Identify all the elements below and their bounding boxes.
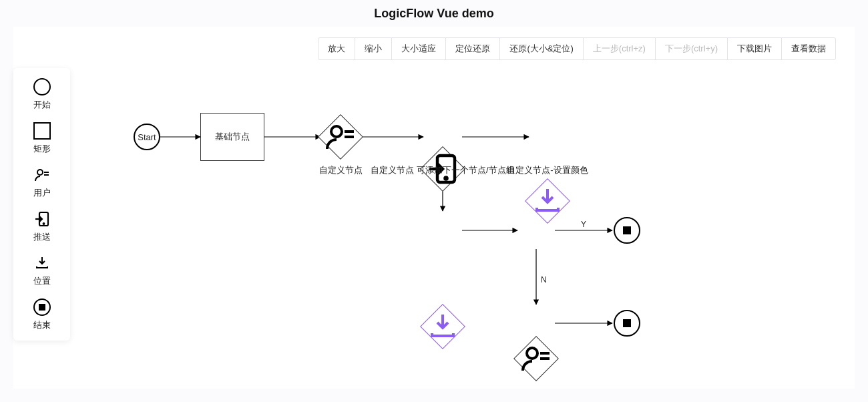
node-end-2[interactable] — [614, 310, 640, 337]
palette-item-rect[interactable]: 矩形 — [33, 122, 51, 155]
palette-item-start[interactable]: 开始 — [33, 77, 51, 111]
push-icon — [33, 210, 51, 228]
edge-label-no: N — [539, 275, 548, 284]
svg-point-19 — [527, 348, 537, 359]
palette-label-push: 推送 — [33, 231, 51, 243]
node-diamond-user-2[interactable] — [520, 343, 552, 375]
user-icon — [520, 343, 552, 375]
svg-point-0 — [37, 170, 43, 175]
node-diamond-2-label: 自定义节点 可添加下一个节点/节点组 — [371, 164, 514, 176]
node-diamond-location-2[interactable] — [427, 311, 459, 343]
node-diamond-user-1[interactable] — [324, 121, 357, 153]
palette-label-user: 用户 — [33, 187, 51, 199]
user-icon — [324, 121, 357, 153]
palette-label-rect: 矩形 — [33, 143, 51, 155]
end-icon — [33, 298, 51, 316]
palette-item-user[interactable]: 用户 — [33, 166, 51, 199]
page-title: LogicFlow Vue demo — [0, 0, 868, 25]
node-basic-rect-text: 基础节点 — [215, 131, 250, 143]
location-icon — [33, 254, 51, 272]
start-icon — [33, 78, 51, 95]
node-start-text: Start — [138, 132, 156, 142]
palette-item-end[interactable]: 结束 — [33, 298, 51, 331]
svg-point-14 — [331, 126, 342, 137]
node-basic-rect[interactable]: 基础节点 — [200, 113, 264, 161]
edge-label-yes: Y — [580, 220, 588, 229]
svg-point-4 — [43, 223, 44, 224]
node-end-1[interactable] — [614, 217, 640, 244]
node-diamond-3-label: 自定义节点-设置颜色 — [507, 164, 588, 176]
palette-label-start: 开始 — [33, 99, 51, 111]
node-start[interactable]: Start — [134, 124, 160, 150]
stop-icon — [623, 319, 631, 327]
location-icon — [427, 311, 459, 343]
palette-label-end: 结束 — [33, 319, 51, 331]
user-icon — [33, 166, 51, 184]
node-palette: 开始 矩形 用户 推送 位置 — [13, 68, 70, 341]
stop-icon — [623, 226, 631, 234]
node-diamond-1-label: 自定义节点 — [319, 164, 363, 176]
svg-point-18 — [445, 177, 447, 179]
location-icon — [531, 185, 564, 217]
palette-item-location[interactable]: 位置 — [33, 254, 51, 287]
rect-icon — [33, 122, 51, 140]
palette-item-push[interactable]: 推送 — [33, 210, 51, 243]
node-diamond-location-1[interactable] — [531, 185, 564, 217]
flow-canvas[interactable]: Start 基础节点 自定义节点 自定义节点 可添加下一个节点/节点组 — [13, 27, 855, 389]
palette-label-location: 位置 — [33, 275, 51, 287]
